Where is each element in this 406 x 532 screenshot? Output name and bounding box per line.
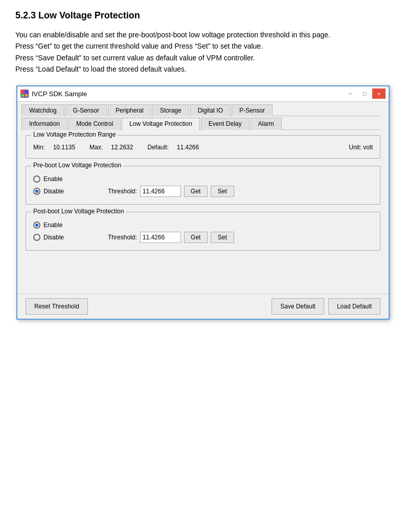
tab-alarm[interactable]: Alarm	[251, 118, 282, 130]
titlebar: IVCP SDK Sample − □ ×	[17, 86, 389, 102]
tab-g-sensor[interactable]: G-Sensor	[65, 104, 107, 116]
tab-peripheral[interactable]: Peripheral	[108, 104, 151, 116]
postboot-threshold-label: Threshold:	[108, 234, 137, 241]
app-icon	[20, 90, 29, 98]
preboot-disable-radio[interactable]	[33, 188, 40, 195]
preboot-set-button[interactable]: Set	[211, 186, 234, 197]
save-default-button[interactable]: Save Default	[272, 298, 324, 315]
preboot-disable-label: Disable	[43, 188, 64, 195]
close-button[interactable]: ×	[372, 88, 386, 99]
page-description: You can enable/disable and set the pre-b…	[15, 29, 391, 75]
tab-low-voltage-protection[interactable]: Low Voltage Protection	[122, 118, 200, 130]
tab-p-sensor[interactable]: P-Sensor	[232, 104, 273, 116]
reset-threshold-button[interactable]: Reset Threshold	[26, 298, 88, 315]
postboot-enable-radio[interactable]	[33, 221, 40, 229]
min-label: Min:	[33, 144, 45, 151]
maximize-button[interactable]: □	[358, 88, 371, 99]
preboot-threshold-input[interactable]	[140, 186, 181, 197]
load-default-button[interactable]: Load Default	[328, 298, 380, 315]
preboot-threshold-label: Threshold:	[108, 188, 137, 195]
postboot-group-label: Post-boot Low Voltage Protection	[31, 208, 126, 215]
range-group: Low Voltage Protection Range Min: 10.113…	[26, 135, 380, 159]
postboot-disable-label: Disable	[43, 234, 64, 241]
unit-label: Unit: volt	[349, 144, 373, 151]
min-value: 10.1135	[53, 144, 75, 151]
preboot-enable-radio[interactable]	[33, 175, 40, 183]
svg-rect-2	[21, 94, 24, 97]
tab-event-delay[interactable]: Event Delay	[201, 118, 250, 130]
svg-rect-1	[25, 91, 28, 93]
max-value: 12.2632	[111, 144, 133, 151]
page-title: 5.2.3 Low Voltage Protection	[15, 10, 391, 21]
tab-mode-control[interactable]: Mode Control	[69, 118, 121, 130]
postboot-threshold-input[interactable]	[140, 232, 181, 243]
range-group-label: Low Voltage Protection Range	[31, 131, 118, 138]
postboot-group: Post-boot Low Voltage Protection Enable …	[26, 212, 380, 251]
svg-rect-0	[21, 91, 24, 93]
default-value: 11.4266	[177, 144, 199, 151]
application-window: IVCP SDK Sample − □ × Watchdog G-Sensor …	[16, 85, 390, 320]
tab-row-1: Watchdog G-Sensor Peripheral Storage Dig…	[17, 102, 389, 130]
postboot-set-button[interactable]: Set	[211, 232, 234, 243]
bottom-toolbar: Reset Threshold Save Default Load Defaul…	[17, 294, 389, 319]
preboot-get-button[interactable]: Get	[184, 186, 208, 197]
tab-storage[interactable]: Storage	[152, 104, 189, 116]
preboot-group: Pre-boot Low Voltage Protection Enable D…	[26, 166, 380, 205]
tab-digital-io[interactable]: Digital IO	[190, 104, 231, 116]
postboot-enable-label: Enable	[43, 221, 62, 229]
max-label: Max:	[89, 144, 103, 151]
minimize-button[interactable]: −	[344, 88, 357, 99]
postboot-disable-radio[interactable]	[33, 234, 40, 241]
default-label: Default:	[147, 144, 168, 151]
tab-watchdog[interactable]: Watchdog	[21, 104, 64, 116]
preboot-group-label: Pre-boot Low Voltage Protection	[31, 162, 123, 169]
tab-information[interactable]: Information	[21, 118, 67, 130]
svg-rect-3	[25, 94, 28, 97]
preboot-enable-label: Enable	[43, 175, 62, 183]
postboot-get-button[interactable]: Get	[184, 232, 208, 243]
window-title: IVCP SDK Sample	[32, 90, 87, 98]
